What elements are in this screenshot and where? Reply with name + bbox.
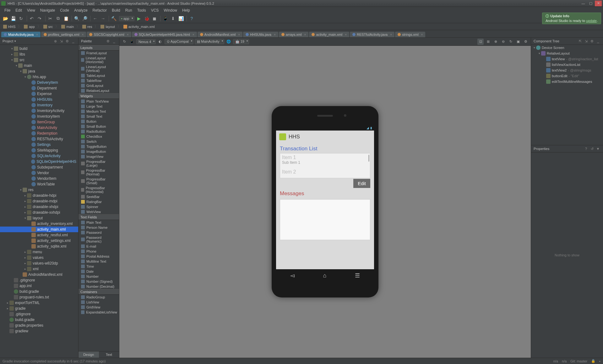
palette-item-date[interactable]: Date <box>79 269 119 274</box>
close-tab-icon[interactable]: × <box>304 33 306 36</box>
tree-row[interactable]: ▾res <box>0 187 78 193</box>
listview-xaction-list[interactable]: Item 1 Sub Item 1 Item 2 <box>280 153 370 178</box>
device-type-icon[interactable]: 📱 <box>129 39 135 45</box>
menu-navigate[interactable]: Navigate <box>38 8 57 13</box>
expand-icon[interactable]: ▸ <box>23 250 27 254</box>
palette-item-ratingbar[interactable]: RatingBar <box>79 199 119 204</box>
palette-item-plain-text[interactable]: Plain Text <box>79 220 119 225</box>
tree-row[interactable]: HHSUtils <box>0 97 78 102</box>
tree-row[interactable]: ▸drawable-xxhdpi <box>0 210 78 215</box>
locale-icon[interactable]: 🌐 <box>225 39 232 45</box>
crumb-2[interactable]: src <box>42 24 60 29</box>
prop-filter-icon[interactable]: ▼ <box>595 146 600 151</box>
tree-row[interactable]: ▾java <box>0 68 78 74</box>
scroll-from-source-icon[interactable]: ⊕ <box>53 39 58 44</box>
tree-row[interactable]: build.gradle <box>0 289 78 294</box>
status-indicator-icon[interactable]: ▪ <box>599 359 600 363</box>
palette-item-radiogroup[interactable]: RadioGroup <box>79 295 119 300</box>
palette-item-password-numeric-[interactable]: Password (Numeric) <box>79 235 119 244</box>
avd-icon[interactable]: 📱 <box>162 15 169 22</box>
tree-row[interactable]: SQLiteOpenHelperHHS <box>0 159 78 164</box>
settings-icon[interactable]: ⚙ <box>523 39 529 45</box>
palette-item-listview[interactable]: ListView <box>79 300 119 305</box>
tree-row[interactable]: Vendor <box>0 170 78 176</box>
palette-hide-icon[interactable]: ⎯ <box>111 39 117 44</box>
palette-group-layouts[interactable]: Layouts <box>79 45 119 51</box>
save-icon[interactable]: 💾 <box>10 15 17 22</box>
menu-analyze[interactable]: Analyze <box>72 8 90 13</box>
palette-item-progressbar-large-[interactable]: ProgressBar (Large) <box>79 159 119 168</box>
palette-item-plain-textview[interactable]: Plain TextView <box>79 99 119 104</box>
expand-icon[interactable]: ▸ <box>6 301 9 304</box>
minimize-button[interactable]: — <box>580 1 587 6</box>
tab-sscscopyright-xml[interactable]: SSCSCopyright.xml× <box>87 32 131 37</box>
tab-profiles_settings-xml[interactable]: profiles_settings.xml× <box>41 32 86 37</box>
tree-row[interactable]: SQLiteActivity <box>0 153 78 159</box>
palette-item-imagebutton[interactable]: ImageButton <box>79 149 119 154</box>
tab-sqliteopenhelperhhs-java-html[interactable]: SQLiteOpenHelperHHS.java.html× <box>132 32 197 37</box>
crumb-1[interactable]: app <box>23 24 42 29</box>
tree-row[interactable]: ▸gradle <box>0 306 78 311</box>
component-tree[interactable]: ▾Device Screen▾RelativeLayouttextView - … <box>531 45 603 145</box>
tab-text[interactable]: Text <box>99 351 119 358</box>
update-link[interactable]: update <box>586 19 597 23</box>
tree-row[interactable]: build.gradle <box>0 317 78 323</box>
expand-icon[interactable]: ▸ <box>23 256 27 259</box>
palette-item-e-mail[interactable]: E-mail <box>79 244 119 249</box>
menu-view[interactable]: View <box>24 8 38 13</box>
palette-item-medium-text[interactable]: Medium Text <box>79 109 119 114</box>
expand-icon[interactable]: ▾ <box>10 47 14 50</box>
tree-row[interactable]: .gitignore <box>0 277 78 283</box>
close-tab-icon[interactable]: × <box>127 33 129 36</box>
menu-window[interactable]: Window <box>161 8 180 13</box>
palette-item-postal-address[interactable]: Postal Address <box>79 254 119 259</box>
tree-row[interactable]: ▸drawable-hdpi <box>0 193 78 198</box>
tree-row[interactable]: ▸values-w820dp <box>0 260 78 266</box>
expand-icon[interactable]: ▸ <box>23 205 27 208</box>
expand-icon[interactable]: ▾ <box>19 70 23 73</box>
theme-icon[interactable]: ◐ <box>157 39 163 45</box>
close-tab-icon[interactable]: × <box>345 33 347 36</box>
forward-icon[interactable]: → <box>100 15 106 22</box>
paste-icon[interactable]: 📋 <box>62 15 69 22</box>
tree-row[interactable]: proguard-rules.txt <box>0 294 78 300</box>
expand-icon[interactable]: ▸ <box>23 262 27 265</box>
sdk-icon[interactable]: ⬇ <box>170 15 177 22</box>
palette-item-small-button[interactable]: Small Button <box>79 124 119 129</box>
prop-reset-icon[interactable]: ↺ <box>589 146 595 151</box>
tree-row[interactable]: activity_sqlite.xml <box>0 244 78 249</box>
menu-file[interactable]: File <box>2 8 13 13</box>
crumb-5[interactable]: layout <box>99 24 122 29</box>
screenshot-icon[interactable]: ▣ <box>515 39 521 45</box>
palette-item-spinner[interactable]: Spinner <box>79 204 119 209</box>
tree-row[interactable]: ▸xml <box>0 266 78 272</box>
ddms-icon[interactable]: 📊 <box>177 15 184 22</box>
component-row[interactable]: ▾Device Screen <box>531 45 603 51</box>
expand-icon[interactable]: ▸ <box>23 200 27 203</box>
menu-vcs[interactable]: VCS <box>149 8 161 13</box>
textview-messages[interactable]: Messages <box>276 188 374 198</box>
tree-row[interactable]: RESTfulActivity <box>0 136 78 142</box>
palette-item-small-text[interactable]: Small Text <box>79 114 119 119</box>
make-icon[interactable]: 🔨 <box>110 15 117 22</box>
tree-row[interactable]: gradlew <box>0 328 78 334</box>
palette-item-switch[interactable]: Switch <box>79 139 119 144</box>
update-notice[interactable]: ⓘUpdate Info Android Studio is ready to … <box>542 13 601 24</box>
palette-item-seekbar[interactable]: SeekBar <box>79 194 119 199</box>
tree-row[interactable]: AndroidManifest.xml <box>0 272 78 277</box>
component-row[interactable]: listViewXactionList <box>531 62 603 67</box>
textview-transaction-list[interactable]: Transaction List <box>276 143 374 153</box>
phone-content[interactable]: Transaction List Item 1 Sub Item 1 Item … <box>276 143 374 269</box>
tree-row[interactable]: DeliveryItem <box>0 80 78 85</box>
device-combo[interactable]: Nexus 4 <box>136 39 156 44</box>
tab-androidmanifest-xml[interactable]: AndroidManifest.xml× <box>198 32 243 37</box>
palette-item-number-decimal-[interactable]: Number (Decimal) <box>79 284 119 289</box>
tree-row[interactable]: ▸libs <box>0 51 78 57</box>
palette-item-tablerow[interactable]: TableRow <box>79 78 119 83</box>
expand-icon[interactable]: ▾ <box>23 75 27 78</box>
maximize-button[interactable]: ▢ <box>587 1 594 6</box>
tab-mainactivity-java[interactable]: MainActivity.java× <box>1 32 41 37</box>
tree-row[interactable]: ▸values <box>0 255 78 260</box>
collapse-all-icon[interactable]: ⇲ <box>59 39 64 44</box>
tree-row[interactable]: ItemGroup <box>0 119 78 125</box>
